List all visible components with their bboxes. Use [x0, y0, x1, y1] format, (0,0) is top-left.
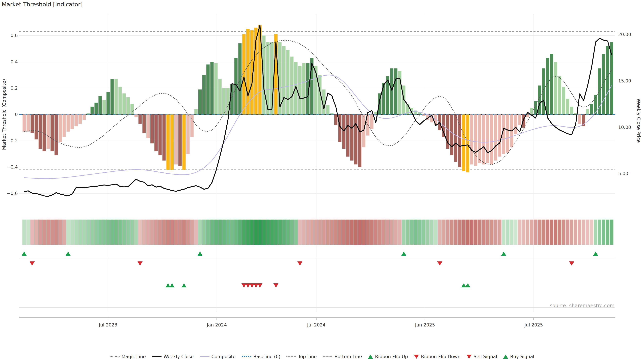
indicator-chart-canvas: Jul 2023Jan 2024Jul 2024Jan 2025Jul 2025… [0, 0, 644, 362]
x-axis: Jul 2023Jan 2024Jul 2024Jan 2025Jul 2025 [19, 318, 615, 328]
threshold-bars [23, 25, 613, 172]
legend-label: Composite [212, 354, 236, 359]
down-triangle-icon [466, 355, 472, 359]
line-swatch-icon [242, 356, 252, 357]
legend-label: Baseline (0) [254, 354, 280, 359]
legend-label: Buy Signal [510, 354, 534, 359]
legend-item-magic-line: Magic Line [110, 354, 146, 359]
svg-text:0: 0 [15, 112, 18, 117]
legend-item-baseline-0-: Baseline (0) [242, 354, 280, 359]
svg-text:−0.2: −0.2 [7, 138, 18, 143]
legend-item-buy-signal: Buy Signal [503, 354, 534, 359]
legend-label: Magic Line [122, 354, 146, 359]
svg-text:0.6: 0.6 [10, 33, 18, 38]
svg-text:0.2: 0.2 [10, 85, 18, 91]
legend-item-sell-signal: Sell Signal [466, 354, 497, 359]
svg-text:15.00: 15.00 [618, 78, 631, 83]
line-swatch-icon [110, 356, 120, 357]
right-axis-ticks: 20.0015.0010.005.00 [618, 32, 631, 176]
legend-label: Top Line [298, 354, 317, 359]
line-swatch-icon [200, 356, 210, 357]
svg-text:−0.6: −0.6 [7, 191, 18, 196]
up-triangle-icon [368, 355, 373, 359]
legend-item-top-line: Top Line [286, 354, 317, 359]
legend-item-composite: Composite [200, 354, 236, 359]
svg-text:Jan 2024: Jan 2024 [206, 322, 227, 328]
legend-label: Weekly Close [164, 354, 194, 359]
legend-label: Bottom Line [334, 354, 362, 359]
svg-text:0.4: 0.4 [10, 59, 18, 64]
svg-text:Jul 2023: Jul 2023 [98, 322, 117, 328]
legend-label: Sell Signal [474, 354, 497, 359]
legend-item-bottom-line: Bottom Line [323, 354, 362, 359]
svg-text:Jul 2025: Jul 2025 [524, 322, 543, 328]
line-swatch-icon [323, 356, 332, 357]
legend-item-weekly-close: Weekly Close [152, 354, 194, 359]
svg-text:10.00: 10.00 [618, 125, 631, 130]
svg-text:5.00: 5.00 [618, 171, 628, 176]
line-swatch-icon [286, 356, 296, 357]
line-swatch-icon [152, 356, 162, 357]
legend-label: Ribbon Flip Up [375, 354, 408, 359]
market-threshold-indicator-page: Market Threshold [Indicator] Market Thre… [0, 0, 644, 362]
legend-item-ribbon-flip-down: Ribbon Flip Down [414, 354, 460, 359]
legend-item-ribbon-flip-up: Ribbon Flip Up [368, 354, 408, 359]
svg-text:20.00: 20.00 [618, 32, 631, 37]
legend-label: Ribbon Flip Down [421, 354, 460, 359]
chart-legend: Magic LineWeekly CloseCompositeBaseline … [0, 354, 644, 359]
up-triangle-icon [503, 355, 508, 359]
down-triangle-icon [414, 355, 419, 359]
left-axis-ticks: 0.60.40.20−0.2−0.4−0.6 [7, 33, 18, 196]
svg-text:Jan 2025: Jan 2025 [415, 322, 435, 328]
ribbon-strip [22, 220, 614, 245]
svg-text:−0.4: −0.4 [7, 164, 18, 170]
svg-text:Jul 2024: Jul 2024 [307, 322, 326, 328]
